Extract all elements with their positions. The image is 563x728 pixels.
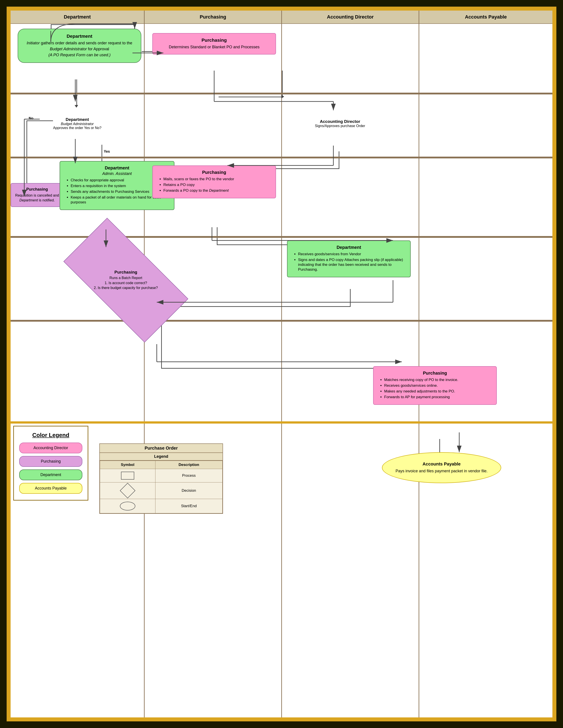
dept-diamond-subtitle: Budget Administrator bbox=[53, 122, 102, 126]
arrow-recv-left bbox=[173, 306, 351, 307]
legend-item-purchasing: Purchasing bbox=[19, 456, 82, 467]
po-legend-col-desc: Description bbox=[155, 461, 222, 469]
legend-item-acctdir: Accounting Director bbox=[19, 443, 82, 453]
gold-border-right bbox=[552, 7, 556, 721]
ap-pays-node: Accounts Payable Pays invoice and files … bbox=[382, 452, 501, 483]
purchasing-batch-node: Purchasing Runs a Batch Report1. Is acco… bbox=[68, 249, 183, 311]
dept-receives-node: Department Receives goods/services from … bbox=[287, 240, 411, 277]
separator-1 bbox=[11, 93, 552, 94]
purchasing-po-bullets: Mails, scans or faxes the PO to the vend… bbox=[158, 177, 271, 193]
separator-5 bbox=[11, 421, 552, 424]
po-legend-col-symbol: Symbol bbox=[100, 461, 155, 469]
arrow-purch-to-acctdir-h bbox=[218, 97, 283, 97]
dept-start-body: Initiator gathers order details and send… bbox=[24, 40, 135, 58]
po-legend-title: Purchase Order bbox=[100, 444, 222, 453]
po-legend-box: Purchase Order Legend Symbol Description… bbox=[99, 443, 223, 514]
purchasing-po-title: Purchasing bbox=[158, 170, 271, 175]
ap-pays-body: Pays invoice and files payment packet in… bbox=[394, 468, 490, 474]
acctdir-diamond-title: Accounting Director bbox=[315, 119, 365, 124]
arrow-loop-top bbox=[51, 24, 135, 25]
dept-start-node: Department Initiator gathers order detai… bbox=[18, 29, 141, 63]
legend-item-ap: Accounts Payable bbox=[19, 483, 82, 494]
gold-border-top bbox=[7, 7, 556, 11]
swimlane-divider-2 bbox=[281, 11, 282, 717]
color-legend-title: Color Legend bbox=[19, 432, 82, 439]
legend-item-dept: Department bbox=[19, 469, 82, 480]
no-label: No bbox=[29, 116, 33, 120]
purchasing-cancelled-node: Purchasing Requisition is cancelled and … bbox=[11, 183, 64, 207]
lane-header-purchasing: Purchasing bbox=[145, 11, 281, 24]
ap-pays-title: Accounts Payable bbox=[394, 462, 490, 467]
arrow-po-right bbox=[217, 244, 296, 245]
po-legend-row-process: Process bbox=[100, 469, 222, 482]
po-legend-table: Symbol Description Process Decision bbox=[100, 461, 222, 513]
po-legend-subtitle: Legend bbox=[100, 453, 222, 461]
purchasing-top-body: Determines Standard or Blanket PO and Pr… bbox=[158, 44, 271, 50]
swimlane-divider-3 bbox=[419, 11, 419, 717]
purchasing-matches-title: Purchasing bbox=[379, 371, 492, 376]
purchasing-top-title: Purchasing bbox=[158, 38, 271, 43]
lane-header-ap: Accounts Payable bbox=[419, 11, 552, 24]
acctdir-diamond-node: Accounting Director Signs/Approves purch… bbox=[287, 95, 393, 152]
yes-label: Yes bbox=[104, 150, 110, 154]
lane-header-dept: Department bbox=[11, 11, 144, 24]
arrow-to-acctdir-head bbox=[282, 95, 284, 98]
gold-border-bottom bbox=[7, 717, 556, 721]
purchasing-cancelled-body: Requisition is cancelled and Department … bbox=[15, 193, 59, 203]
po-legend-row-startend: Start/End bbox=[100, 499, 222, 513]
dept-receives-bullets: Receives goods/services from Vendor Sign… bbox=[292, 252, 405, 272]
purchasing-po-node: Purchasing Mails, scans or faxes the PO … bbox=[152, 165, 276, 198]
dept-diamond-body: Approves the order Yes or No? bbox=[53, 126, 102, 130]
acctdir-diamond-body: Signs/Approves purchase Order bbox=[315, 124, 365, 128]
dept-receives-title: Department bbox=[292, 245, 405, 250]
purchasing-top-node: Purchasing Determines Standard or Blanke… bbox=[152, 33, 276, 54]
dept-diamond-node: Department Budget Administrator Approves… bbox=[29, 101, 126, 146]
purchasing-batch-title: Purchasing bbox=[94, 270, 158, 275]
separator-4 bbox=[11, 320, 552, 322]
gold-border-left bbox=[7, 7, 11, 721]
purchasing-matches-node: Purchasing Matches receiving copy of PO … bbox=[373, 366, 497, 405]
lane-header-acctdir: Accounting Director bbox=[282, 11, 419, 24]
arrow-recv-down bbox=[350, 289, 351, 307]
color-legend-box: Color Legend Accounting Director Purchas… bbox=[13, 426, 88, 501]
arrow-batch-right bbox=[161, 368, 378, 369]
po-legend-row-decision: Decision bbox=[100, 482, 222, 499]
purchasing-batch-body: Runs a Batch Report1. Is account code co… bbox=[94, 276, 158, 290]
dept-diamond-title: Department bbox=[53, 117, 102, 122]
purchasing-matches-bullets: Matches receiving copy of PO to the invo… bbox=[379, 377, 492, 400]
purchasing-cancelled-title: Purchasing bbox=[15, 187, 59, 192]
dept-start-title: Department bbox=[24, 34, 135, 39]
swimlane-divider-1 bbox=[144, 11, 145, 717]
